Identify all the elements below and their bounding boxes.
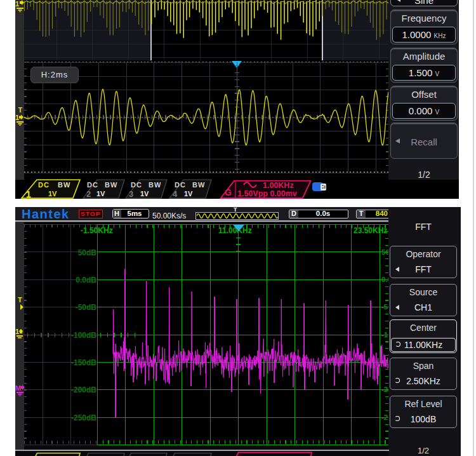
svg-text:1: 1: [15, 328, 19, 335]
svg-text:DC: DC: [175, 181, 186, 189]
svg-text:BW: BW: [58, 181, 70, 189]
svg-text:1: 1: [15, 0, 19, 8]
svg-text:DC: DC: [131, 181, 142, 189]
svg-text:1.00KHz: 1.00KHz: [263, 181, 294, 190]
svg-text:1.50Vpp 0.00mv: 1.50Vpp 0.00mv: [237, 189, 297, 198]
svg-text:1V: 1V: [48, 190, 57, 198]
svg-text:T: T: [18, 106, 23, 114]
svg-text:BW: BW: [149, 181, 161, 189]
svg-text:1: 1: [15, 114, 19, 121]
svg-text:2: 2: [86, 189, 91, 199]
svg-text:3: 3: [129, 189, 133, 199]
svg-text:1: 1: [26, 189, 31, 199]
svg-text:DC: DC: [38, 181, 50, 189]
svg-text:BW: BW: [105, 181, 117, 189]
svg-text:G: G: [225, 187, 232, 198]
svg-text:BW: BW: [192, 181, 205, 189]
svg-text:M: M: [15, 384, 21, 392]
svg-text:1V: 1V: [96, 190, 105, 198]
svg-text:1V: 1V: [140, 190, 149, 198]
svg-text:DC: DC: [87, 181, 98, 189]
svg-text:4: 4: [173, 189, 178, 199]
svg-text:1V: 1V: [184, 190, 193, 198]
svg-text:T: T: [18, 296, 22, 304]
